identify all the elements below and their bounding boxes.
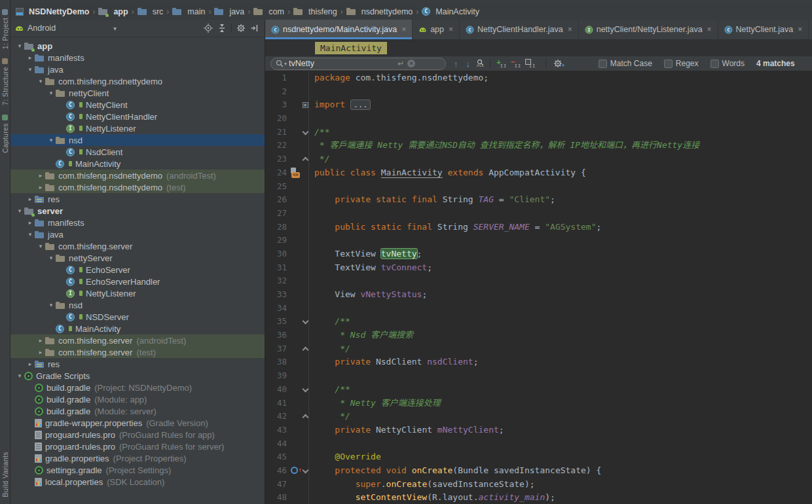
find-all-icon[interactable]: ALL <box>477 59 484 68</box>
tree-row-res[interactable]: ▸res <box>10 193 265 205</box>
tool-button-1-project[interactable]: 1: Project <box>1 9 9 49</box>
tree-row-com-thisfeng-nsdnettydemo-androidtest[interactable]: ▸com.thisfeng.nsdnettydemo(androidTest) <box>10 170 265 181</box>
tree-row-proguard-rules-pro-proguard-rules-for-server[interactable]: proguard-rules.pro(ProGuard Rules for se… <box>10 441 265 452</box>
tree-row-com-thisfeng-nsdnettydemo-test[interactable]: ▸com.thisfeng.nsdnettydemo(test) <box>10 181 265 193</box>
line-number[interactable]: 22 <box>265 139 289 153</box>
code-text[interactable] <box>309 207 314 221</box>
search-field[interactable]: ▾ ↵ × <box>270 58 446 70</box>
code-text[interactable] <box>309 369 314 383</box>
add-occurrence-icon[interactable]: +II <box>496 59 507 68</box>
tree-row-gradle-properties-project-properties[interactable]: gradle.properties(Project Properties) <box>10 452 265 464</box>
fold-open-icon[interactable] <box>302 318 308 325</box>
tree-row-java[interactable]: ▾java <box>10 228 265 240</box>
tree-row-mainactivity[interactable]: CMainActivity <box>10 158 265 170</box>
tree-row-build-gradle-module-server[interactable]: build.gradle(Module: server) <box>10 405 265 417</box>
code-text[interactable] <box>309 112 314 126</box>
line-number[interactable]: 44 <box>265 437 289 451</box>
search-settings-gear-icon[interactable]: ▾ <box>553 59 564 68</box>
code-text[interactable]: /** <box>309 383 350 397</box>
tree-row-com-thisfeng-nsdnettydemo[interactable]: ▾com.thisfeng.nsdnettydemo <box>10 75 265 87</box>
expanded-arrow-icon[interactable]: ▾ <box>46 302 56 308</box>
line-number[interactable]: 47 <box>265 478 289 492</box>
expanded-arrow-icon[interactable]: ▾ <box>36 78 45 84</box>
chevron-down-icon[interactable]: ▾ <box>113 25 117 32</box>
code-text[interactable]: private NsdClient nsdClient; <box>309 355 479 369</box>
line-number[interactable]: 25 <box>265 180 289 194</box>
line-number[interactable]: 39 <box>265 369 289 383</box>
tree-row-nettyclient[interactable]: CNettyClient <box>10 99 265 111</box>
tree-row-java[interactable]: ▾java <box>10 63 265 75</box>
line-number[interactable]: 28 <box>265 221 289 234</box>
tree-row-com-thisfeng-server-androidtest[interactable]: ▸com.thisfeng.server(androidTest) <box>10 334 265 346</box>
tab-app[interactable]: app× <box>413 20 460 39</box>
tree-row-settings-gradle-project-settings[interactable]: settings.gradle(Project Settings) <box>10 464 265 476</box>
tab-nettyclient-nettylistener-java[interactable]: InettyClient/NettyListener.java× <box>579 20 718 39</box>
line-number[interactable]: 48 <box>265 491 289 504</box>
breadcrumb-item-nsdnettydemo[interactable]: nsdnettydemo <box>344 7 415 16</box>
line-number[interactable]: 45 <box>265 450 289 464</box>
line-number[interactable]: 43 <box>265 423 289 437</box>
fold-end-icon[interactable] <box>302 414 308 421</box>
line-number[interactable]: 3 <box>265 98 289 112</box>
code-text[interactable] <box>309 180 314 194</box>
expanded-arrow-icon[interactable]: ▾ <box>46 90 56 96</box>
line-number[interactable]: 41 <box>265 397 289 410</box>
tab-nsdnettydemo-mainactivity-java[interactable]: Cnsdnettydemo/MainActivity.java× <box>265 20 413 39</box>
code-text[interactable]: public class MainActivity extends AppCom… <box>309 166 586 180</box>
project-view-selector[interactable]: Android <box>28 24 56 33</box>
settings-gear-icon[interactable] <box>236 24 246 33</box>
line-number[interactable]: 20 <box>265 112 289 126</box>
code-text[interactable] <box>309 274 314 288</box>
tree-row-gradle-scripts[interactable]: ▾Gradle Scripts <box>10 370 265 382</box>
tree-row-echoserver[interactable]: CEchoServer <box>10 264 265 276</box>
tab-nsdclient-java[interactable]: CNsdClient.java× <box>809 20 812 39</box>
line-number[interactable]: 21 <box>265 126 289 139</box>
tree-row-com-thisfeng-server-test[interactable]: ▸com.thisfeng.server(test) <box>10 346 265 358</box>
close-tab-icon[interactable]: × <box>707 25 712 34</box>
close-tab-icon[interactable]: × <box>449 25 453 34</box>
code-text[interactable] <box>309 234 314 247</box>
breadcrumb-item-thisfeng[interactable]: thisfeng <box>291 7 339 16</box>
related-layout-file-icon[interactable]: <> <box>291 168 301 178</box>
next-occurrence-button[interactable]: ↓ <box>466 59 471 69</box>
tree-row-nettyserver[interactable]: ▾nettyServer <box>10 252 265 264</box>
line-number[interactable]: 34 <box>265 302 289 315</box>
breadcrumb-item-nsdnettydemo[interactable]: NSDNettyDemo <box>14 7 91 16</box>
expanded-arrow-icon[interactable]: ▾ <box>46 137 56 143</box>
collapsed-arrow-icon[interactable]: ▸ <box>36 349 45 355</box>
tree-row-nettyclienthandler[interactable]: CNettyClientHandler <box>10 111 265 122</box>
code-text[interactable]: * Nsd 客户端搜索 <box>309 329 413 342</box>
line-number[interactable]: 42 <box>265 410 289 423</box>
select-all-occurrences-icon[interactable]: II <box>525 59 536 68</box>
tree-row-nsd[interactable]: ▾nsd <box>10 134 265 146</box>
tab-nettyclient-java[interactable]: CNettyClient.java× <box>718 20 809 39</box>
breadcrumb-item-app[interactable]: app <box>96 7 130 16</box>
breadcrumb-item-mainactivity[interactable]: CMainActivity <box>420 7 481 16</box>
remove-occurrence-icon[interactable]: −II <box>511 59 521 68</box>
code-text[interactable] <box>309 437 314 451</box>
tree-row-server[interactable]: ▾server <box>10 205 265 217</box>
code-text[interactable]: import ... <box>309 98 371 112</box>
collapsed-arrow-icon[interactable]: ▸ <box>36 337 45 344</box>
expanded-arrow-icon[interactable]: ▾ <box>15 207 24 214</box>
fold-collapsed-icon[interactable]: + <box>303 102 308 108</box>
fold-end-icon[interactable] <box>302 157 308 164</box>
line-number[interactable]: 37 <box>265 342 289 356</box>
expanded-arrow-icon[interactable]: ▾ <box>46 255 56 261</box>
code-text[interactable]: /** <box>309 126 329 139</box>
tool-button-7-structure[interactable]: 7: Structure <box>1 58 9 105</box>
hide-panel-icon[interactable] <box>250 24 259 33</box>
line-number[interactable]: 32 <box>265 274 289 288</box>
tool-button-build-variants[interactable]: Build Variants <box>1 452 9 497</box>
tree-row-nsdserver[interactable]: CNSDServer <box>10 311 265 323</box>
code-text[interactable]: public static final String SERVER_NAME =… <box>309 221 601 234</box>
tree-row-nsdclient[interactable]: CNsdClient <box>10 146 265 158</box>
breadcrumb-item-main[interactable]: main <box>170 7 207 16</box>
tree-row-echoserverhandler[interactable]: CEchoServerHandler <box>10 276 265 287</box>
collapsed-arrow-icon[interactable]: ▸ <box>36 184 45 190</box>
tree-row-build-gradle-project-nsdnettydemo[interactable]: build.gradle(Project: NSDNettyDemo) <box>10 382 265 393</box>
fold-open-icon[interactable] <box>302 386 308 392</box>
tree-row-app[interactable]: ▾app <box>10 40 265 52</box>
words-checkbox[interactable]: Words <box>710 59 745 68</box>
collapsed-arrow-icon[interactable]: ▸ <box>26 361 35 367</box>
